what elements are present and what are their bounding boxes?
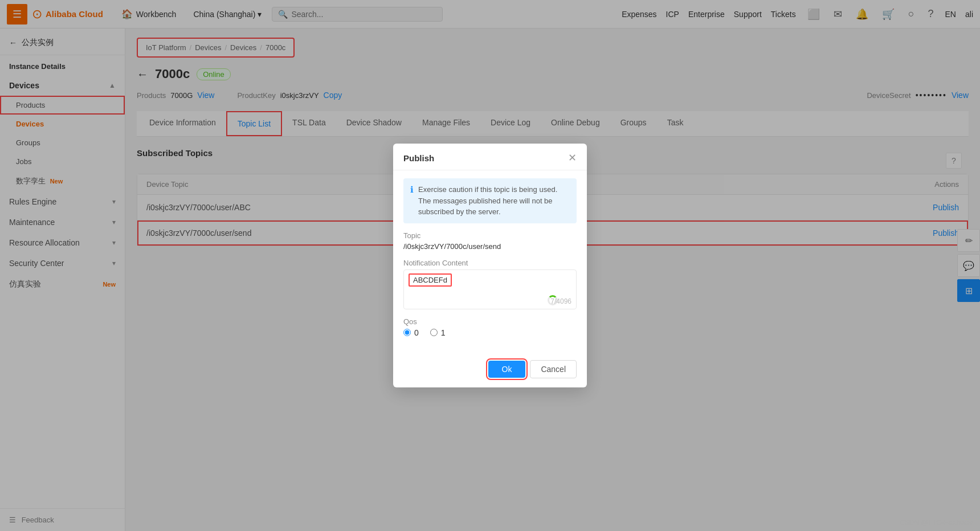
info-icon: ℹ bbox=[410, 185, 414, 195]
qos-options: 0 1 bbox=[403, 328, 577, 337]
ok-button[interactable]: Ok bbox=[488, 361, 526, 378]
notification-content-label: Notification Content bbox=[403, 259, 577, 267]
modal-footer: Ok Cancel bbox=[393, 354, 587, 387]
qos-field: Qos 0 1 bbox=[403, 317, 577, 337]
qos-radio-0[interactable] bbox=[403, 329, 411, 336]
topic-field-value: /i0skjc3rzVY/7000c/user/send bbox=[403, 242, 577, 251]
modal-header: Publish ✕ bbox=[393, 144, 587, 170]
notification-content-wrapper: ABCDEFd 7/4096 bbox=[403, 269, 577, 309]
modal-alert: ℹ Exercise caution if this topic is bein… bbox=[403, 178, 577, 223]
modal-overlay: Publish ✕ ℹ Exercise caution if this top… bbox=[0, 0, 980, 531]
qos-option-0[interactable]: 0 bbox=[403, 328, 419, 337]
topic-label: Topic bbox=[403, 231, 577, 240]
notification-content-field: Notification Content ABCDEFd 7/4096 bbox=[403, 259, 577, 309]
alert-text: Exercise caution if this topic is being … bbox=[418, 184, 570, 218]
publish-modal: Publish ✕ ℹ Exercise caution if this top… bbox=[393, 144, 587, 387]
modal-close-button[interactable]: ✕ bbox=[568, 152, 577, 164]
qos-label-1: 1 bbox=[441, 328, 446, 337]
modal-body: ℹ Exercise caution if this topic is bein… bbox=[393, 170, 587, 354]
topic-field: Topic /i0skjc3rzVY/7000c/user/send bbox=[403, 231, 577, 251]
char-count: 7/4096 bbox=[550, 297, 571, 305]
qos-label-0: 0 bbox=[414, 328, 419, 337]
qos-radio-1[interactable] bbox=[430, 329, 438, 336]
notification-content-value: ABCDEFd bbox=[409, 273, 452, 287]
qos-option-1[interactable]: 1 bbox=[430, 328, 446, 337]
cancel-button[interactable]: Cancel bbox=[530, 360, 577, 378]
modal-title: Publish bbox=[403, 153, 434, 163]
qos-label: Qos bbox=[403, 317, 577, 326]
